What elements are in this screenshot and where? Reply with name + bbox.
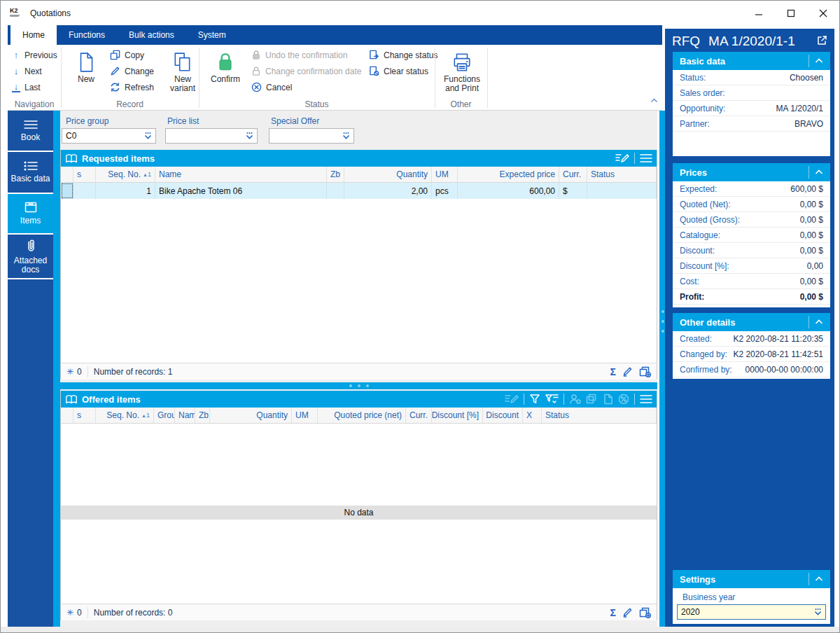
refresh-button[interactable]: Refresh	[110, 79, 154, 95]
column-header-zb[interactable]: Zb	[195, 408, 210, 423]
tab-functions[interactable]: Functions	[57, 25, 117, 45]
sum-icon[interactable]: Σ	[610, 366, 616, 377]
column-header-name[interactable]: Name	[155, 167, 327, 182]
group-label-other: Other	[435, 99, 487, 109]
prices-section: Prices Expected:600,00 $ Quoted (Net):0,…	[673, 163, 830, 307]
column-header-status[interactable]: Status	[542, 408, 657, 423]
column-header-discount-pct[interactable]: Discount [%]	[432, 408, 483, 423]
sum-icon[interactable]: Σ	[610, 607, 616, 618]
horizontal-splitter[interactable]	[60, 382, 657, 389]
price-group-combobox[interactable]: C0	[62, 128, 156, 144]
copy-add-icon[interactable]	[639, 366, 651, 377]
column-header-expected-price[interactable]: Expected price	[458, 167, 559, 182]
copy-button[interactable]: Copy	[110, 47, 154, 63]
window-bottom-edge	[1, 627, 839, 633]
settings-section-header[interactable]: Settings	[673, 570, 830, 588]
dropdown-icon	[813, 608, 822, 618]
group-label-navigation: Navigation	[8, 99, 61, 109]
sidebar-item-attached-docs[interactable]: Attached docs	[8, 235, 53, 279]
column-header-status[interactable]: Status	[587, 167, 657, 182]
price-list-combobox[interactable]	[165, 128, 258, 144]
collapse-chevron-icon[interactable]	[815, 169, 823, 175]
filter-funnel-icon[interactable]	[529, 394, 540, 405]
minimize-button[interactable]	[743, 1, 775, 25]
edit-pencil-icon[interactable]	[622, 366, 633, 377]
open-book-icon	[65, 394, 78, 405]
titlebar[interactable]: K2 Quotations	[1, 1, 839, 25]
column-header-group[interactable]: Grou	[154, 408, 175, 423]
tab-bulk-actions[interactable]: Bulk actions	[117, 25, 186, 45]
group-label-status: Status	[199, 99, 435, 109]
record-number: MA 1/2020/1-1	[708, 34, 795, 49]
column-header-curr[interactable]: Curr.	[406, 408, 432, 423]
cancel-circle-x-icon	[251, 82, 262, 92]
column-header-quoted-price[interactable]: Quoted price (net)	[318, 408, 406, 423]
column-header-zb[interactable]: Zb	[327, 167, 344, 182]
column-header-discount[interactable]: Discount	[483, 408, 523, 423]
sidebar: Book Basic data Items Attached docs	[8, 111, 53, 627]
changes-count: 0	[77, 367, 82, 377]
column-header-seq-no[interactable]: Seq. No.▲1	[96, 167, 155, 182]
previous-button[interactable]: ↑Previous	[12, 47, 59, 63]
new-button[interactable]: New	[68, 46, 104, 95]
changes-count: 0	[77, 608, 82, 618]
column-header-quantity[interactable]: Quantity	[210, 408, 292, 423]
column-header-um[interactable]: UM	[292, 408, 318, 423]
tab-home[interactable]: Home	[10, 25, 57, 45]
column-header-s[interactable]: s	[74, 167, 96, 182]
functions-and-print-button[interactable]: Functions and Print	[438, 46, 486, 95]
cancel-button[interactable]: Cancel	[251, 79, 361, 95]
down-arrow-icon: ↓	[12, 67, 20, 76]
ribbon-tabstrip: Home Functions Bulk actions System	[8, 25, 662, 45]
open-record-button[interactable]	[816, 35, 827, 49]
next-button[interactable]: ↓Next	[12, 63, 59, 79]
column-header-s[interactable]: s	[74, 408, 96, 423]
filter-settings-icon[interactable]	[545, 394, 559, 405]
collapse-chevron-icon[interactable]	[815, 58, 823, 64]
special-offer-combobox[interactable]	[269, 128, 354, 144]
change-button[interactable]: Change	[110, 63, 154, 79]
active-tab-accent-strip	[53, 111, 60, 627]
minimize-icon	[755, 9, 763, 18]
document-icon-disabled	[603, 394, 613, 405]
grid-menu-icon[interactable]	[640, 153, 652, 163]
column-header-curr[interactable]: Curr.	[559, 167, 587, 182]
edit-list-icon[interactable]	[615, 153, 629, 164]
change-confirmation-date-button[interactable]: Change confirmation date	[251, 63, 361, 79]
maximize-icon	[787, 9, 795, 18]
column-header-name[interactable]: Name	[175, 408, 195, 423]
undo-confirmation-button[interactable]: Undo the confirmation	[251, 47, 361, 63]
prices-section-header[interactable]: Prices	[673, 163, 830, 181]
business-year-combobox[interactable]: 2020	[677, 604, 826, 620]
change-status-button[interactable]: Change status	[369, 47, 438, 63]
column-header-um[interactable]: UM	[432, 167, 458, 182]
column-header-seq-no[interactable]: Seq. No.▲1	[96, 408, 154, 423]
open-book-icon	[65, 153, 78, 164]
new-variant-button[interactable]: New variant	[164, 46, 201, 95]
collapse-chevron-icon[interactable]	[815, 319, 823, 325]
copy-icon	[110, 50, 120, 60]
column-header-quantity[interactable]: Quantity	[344, 167, 432, 182]
basic-data-section-header[interactable]: Basic data	[673, 52, 830, 70]
requested-row-1[interactable]: 1 Bike Apache Totem 06 2,00 pcs 600,00 $	[61, 183, 657, 199]
discount-percent-icon-disabled	[618, 394, 629, 405]
no-data-label: No data	[61, 506, 657, 520]
confirm-button[interactable]: Confirm	[205, 46, 246, 95]
ribbon-collapse-button[interactable]	[650, 93, 658, 106]
copy-add-icon[interactable]	[639, 607, 651, 618]
column-header-x[interactable]: X	[523, 408, 542, 423]
tab-system[interactable]: System	[186, 25, 238, 45]
sidebar-item-basic-data[interactable]: Basic data	[8, 152, 53, 194]
last-button[interactable]: ↓Last	[12, 79, 59, 95]
sidebar-item-book[interactable]: Book	[8, 111, 53, 152]
sidebar-item-items[interactable]: Items	[8, 194, 53, 235]
other-details-section-header[interactable]: Other details	[673, 313, 830, 331]
close-button[interactable]	[807, 1, 839, 25]
settings-section: Settings Business year 2020	[673, 570, 830, 624]
grid-menu-icon[interactable]	[640, 394, 652, 404]
maximize-button[interactable]	[775, 1, 807, 25]
clear-status-button[interactable]: Clear status	[369, 63, 438, 79]
row-selector-cell[interactable]	[61, 183, 74, 199]
edit-pencil-icon[interactable]	[622, 607, 633, 618]
collapse-chevron-icon[interactable]	[815, 576, 823, 582]
